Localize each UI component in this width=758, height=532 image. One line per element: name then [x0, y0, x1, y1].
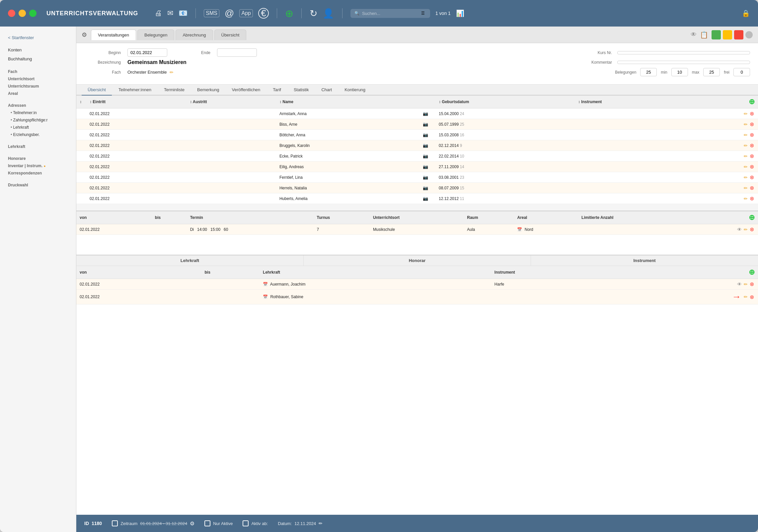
th-unterrichtsort[interactable]: Unterrichtsort	[370, 211, 464, 224]
printer-icon[interactable]: 🖨	[155, 9, 162, 18]
termin-remove-btn[interactable]: ⊗	[750, 226, 754, 233]
p-remove-0[interactable]: ⊗	[750, 110, 754, 117]
search-input[interactable]	[362, 11, 418, 16]
sidebar-item-lehrkraft-addr[interactable]: Lehrkraft	[0, 124, 76, 131]
ende-input[interactable]	[217, 48, 257, 57]
max-value[interactable]: 25	[703, 68, 720, 76]
lk1-eye-icon[interactable]: 👁	[737, 282, 742, 287]
tab-veranstaltungen[interactable]: Veranstaltungen	[91, 30, 136, 40]
sidebar-item-back[interactable]: < Startfenster	[0, 33, 76, 42]
p-edit-8[interactable]: ✏	[744, 196, 748, 201]
gear-icon-status[interactable]: ⚙	[190, 520, 194, 527]
th-lk-bis[interactable]: bis	[201, 266, 260, 279]
inner-tab-chart[interactable]: Chart	[315, 85, 338, 96]
p-remove-8[interactable]: ⊗	[750, 195, 754, 202]
th-areal[interactable]: Areal	[514, 211, 578, 224]
lk1-remove-btn[interactable]: ⊗	[750, 281, 754, 287]
min-value[interactable]: 10	[671, 68, 688, 76]
mail-icon[interactable]: ✉	[167, 9, 173, 18]
th-lk-instrument[interactable]: Instrument	[491, 266, 619, 279]
th-termin[interactable]: Termin	[187, 211, 314, 224]
minimize-button[interactable]	[19, 10, 26, 17]
add-lehrkraft-button[interactable]: ⊕	[749, 268, 755, 277]
inner-tab-veroeffentlichen[interactable]: Veröffentlichen	[226, 85, 266, 96]
th-sort1[interactable]: ↕	[76, 96, 86, 108]
plus-circle-icon[interactable]: ⊕	[285, 8, 293, 19]
th-turnus[interactable]: Turnus	[313, 211, 369, 224]
p-remove-3[interactable]: ⊗	[750, 142, 754, 149]
th-limitiert[interactable]: Limitierte Anzahl	[578, 211, 687, 224]
add-participant-button[interactable]: ⊕	[749, 98, 755, 106]
close-button[interactable]	[8, 10, 15, 17]
tab-uebersicht[interactable]: Übersicht	[214, 30, 247, 40]
sidebar-item-teilnehmer[interactable]: Teilnehmer:in	[0, 109, 76, 116]
lk1-edit-btn[interactable]: ✏	[744, 282, 748, 287]
beginn-input[interactable]	[127, 48, 167, 57]
inner-tab-terminliste[interactable]: Terminliste	[158, 85, 190, 96]
sidebar-item-erziehungsber[interactable]: Erziehungsber.	[0, 131, 76, 138]
p-edit-5[interactable]: ✏	[744, 164, 748, 169]
p-edit-7[interactable]: ✏	[744, 185, 748, 191]
inner-tab-tarif[interactable]: Tarif	[267, 85, 287, 96]
kommentar-value[interactable]	[617, 61, 750, 64]
sidebar-item-buchhaltung[interactable]: Buchhaltung	[0, 54, 76, 63]
p-edit-0[interactable]: ✏	[744, 111, 748, 116]
zeitraum-checkbox[interactable]	[112, 520, 118, 526]
inner-tab-kontierung[interactable]: Kontierung	[339, 85, 371, 96]
th-bis[interactable]: bis	[152, 211, 187, 224]
frei-value[interactable]: 0	[733, 68, 750, 76]
euro-icon[interactable]: €	[258, 8, 269, 19]
p-remove-5[interactable]: ⊗	[750, 164, 754, 170]
belegungen-value[interactable]: 25	[640, 68, 657, 76]
p-remove-4[interactable]: ⊗	[750, 153, 754, 159]
p-remove-6[interactable]: ⊗	[750, 174, 754, 180]
p-edit-4[interactable]: ✏	[744, 154, 748, 159]
th-von[interactable]: von	[76, 211, 152, 224]
add-termin-button[interactable]: ⊕	[749, 213, 755, 222]
p-edit-6[interactable]: ✏	[744, 175, 748, 180]
kursnr-value[interactable]	[617, 51, 750, 54]
fach-edit-pencil[interactable]: ✏	[170, 70, 174, 75]
th-lk-lehrkraft[interactable]: Lehrkraft	[260, 266, 491, 279]
sidebar-item-zahlungspflichtige[interactable]: Zahlungspflichtige:r	[0, 116, 76, 124]
th-instrument[interactable]: ↕ Instrument	[575, 96, 689, 108]
person-icon[interactable]: 👤	[323, 8, 334, 19]
p-remove-7[interactable]: ⊗	[750, 185, 754, 191]
pencil-icon-status[interactable]: ✏	[319, 521, 323, 526]
search-bar[interactable]: 🔍 ☰	[350, 9, 430, 18]
th-raum[interactable]: Raum	[464, 211, 514, 224]
tab-abrechnung[interactable]: Abrechnung	[176, 30, 213, 40]
lk2-edit-btn[interactable]: ✏	[744, 294, 748, 299]
th-lk-von[interactable]: von	[76, 266, 201, 279]
inner-tab-bemerkung[interactable]: Bemerkung	[191, 85, 225, 96]
th-name[interactable]: ↕ Name	[276, 96, 416, 108]
sidebar-item-konten[interactable]: Konten	[0, 45, 76, 54]
termin-eye-icon[interactable]: 👁	[737, 227, 742, 232]
p-remove-2[interactable]: ⊗	[750, 132, 754, 138]
th-eintritt[interactable]: ↕ Eintritt	[86, 96, 187, 108]
tab-belegungen[interactable]: Belegungen	[137, 30, 174, 40]
settings-tab-icon[interactable]: ⚙	[82, 31, 87, 38]
nur-aktive-checkbox[interactable]	[204, 520, 210, 526]
inner-tab-teilnehmer[interactable]: Teilnehmer:innen	[113, 85, 157, 96]
lk2-remove-btn[interactable]: ⊗	[750, 294, 754, 300]
termin-edit-btn[interactable]: ✏	[744, 227, 748, 232]
note-icon-tab[interactable]: 📋	[700, 31, 708, 39]
eye-icon-tab[interactable]: 👁	[691, 31, 697, 38]
aktiv-ab-checkbox[interactable]	[243, 520, 249, 526]
inner-tab-uebersicht[interactable]: Übersicht	[82, 85, 112, 96]
at-icon[interactable]: @	[225, 8, 234, 19]
th-austritt[interactable]: ↕ Austritt	[187, 96, 276, 108]
p-remove-1[interactable]: ⊗	[750, 121, 754, 127]
mail2-icon[interactable]: 📧	[179, 9, 188, 18]
p-edit-2[interactable]: ✏	[744, 132, 748, 138]
inner-tab-statistik[interactable]: Statistik	[288, 85, 315, 96]
th-geburtsdatum[interactable]: ↕ Geburtsdatum	[435, 96, 575, 108]
p-edit-1[interactable]: ✏	[744, 122, 748, 127]
refresh-icon[interactable]: ↻	[310, 8, 317, 19]
p-edit-3[interactable]: ✏	[744, 143, 748, 148]
bar-chart-icon[interactable]: 📊	[456, 9, 464, 17]
maximize-button[interactable]	[29, 10, 37, 17]
sms-icon[interactable]: SMS	[204, 9, 219, 17]
app-icon[interactable]: App	[239, 9, 253, 17]
